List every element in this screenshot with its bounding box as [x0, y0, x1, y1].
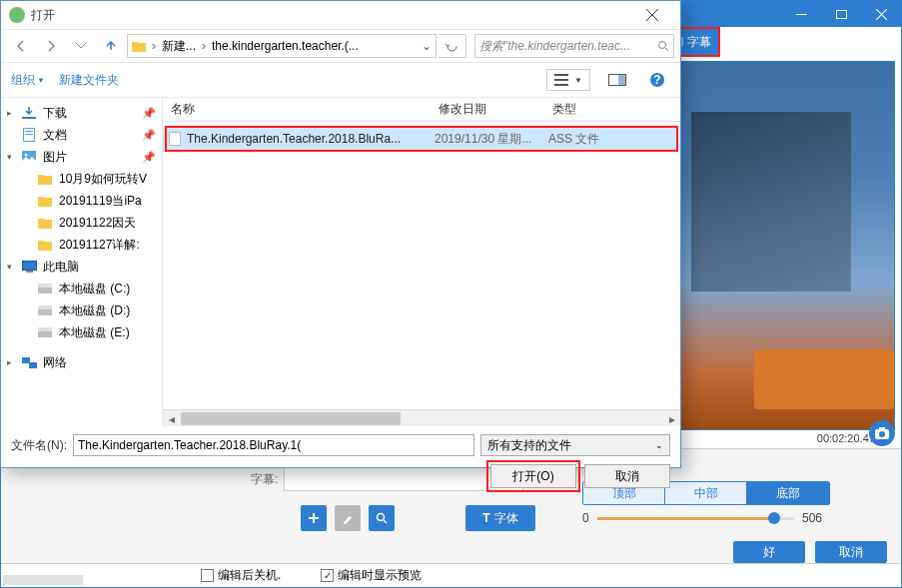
sidebar-item-drive[interactable]: 本地磁盘 (E:)	[1, 321, 162, 343]
sidebar: ▸下载📌 文档📌 ▾图片📌 10月9如何玩转V 20191119当iPa 201…	[1, 98, 163, 426]
file-open-dialog: 打开 › 新建... › the.kindergarten.teacher.(.…	[0, 0, 681, 468]
sidebar-item-folder[interactable]: 10月9如何玩转V	[1, 168, 162, 190]
minimize-button[interactable]	[781, 1, 821, 27]
video-preview[interactable]	[660, 61, 895, 430]
file-icon	[167, 131, 183, 147]
svg-rect-25	[38, 288, 52, 294]
cancel-button[interactable]: 取消	[815, 541, 887, 563]
slider-min: 0	[582, 511, 589, 525]
snapshot-button[interactable]	[869, 420, 895, 446]
svg-rect-10	[554, 74, 568, 76]
dialog-footer: 文件名(N): 所有支持的文件 ⌄ 打开(O) 取消	[1, 426, 680, 496]
folder-icon	[128, 35, 150, 57]
dialog-toolbar: 组织 ▼ 新建文件夹 ▼ ?	[1, 63, 680, 97]
dialog-title: 打开	[31, 7, 55, 24]
sidebar-item-folder[interactable]: 20191119当iPa	[1, 190, 162, 212]
refresh-button[interactable]	[439, 34, 466, 58]
slider-max: 506	[802, 511, 822, 525]
edit-button[interactable]	[335, 505, 361, 531]
font-button[interactable]: T 字体	[465, 505, 535, 531]
svg-rect-23	[22, 262, 36, 271]
position-tab-bottom[interactable]: 底部	[747, 482, 829, 504]
sidebar-item-documents[interactable]: 文档📌	[1, 124, 162, 146]
file-name: The.Kindergarten.Teacher.2018.BluRa...	[187, 132, 435, 146]
cancel-button[interactable]: 取消	[584, 464, 670, 488]
svg-rect-29	[38, 331, 52, 337]
progress-stub	[3, 575, 83, 585]
shutdown-checkbox[interactable]: 编辑后关机.	[201, 567, 281, 584]
view-mode-button[interactable]: ▼	[546, 69, 590, 91]
ok-button[interactable]: 好	[733, 541, 805, 563]
svg-rect-17	[22, 117, 36, 119]
breadcrumb-item[interactable]: 新建...	[158, 38, 200, 55]
svg-rect-30	[38, 327, 52, 331]
svg-text:?: ?	[653, 73, 660, 87]
preview-checkbox[interactable]: 编辑时显示预览	[321, 567, 422, 584]
search-icon	[657, 40, 669, 52]
column-name[interactable]: 名称	[163, 101, 431, 118]
file-row[interactable]: The.Kindergarten.Teacher.2018.BluRa... 2…	[163, 128, 680, 150]
sidebar-item-drive[interactable]: 本地磁盘 (C:)	[1, 278, 162, 299]
svg-rect-19	[25, 131, 33, 132]
sidebar-item-downloads[interactable]: ▸下载📌	[1, 102, 162, 124]
svg-rect-26	[38, 284, 52, 288]
add-button[interactable]	[301, 505, 327, 531]
subtitle-toolbar-label: 字幕	[687, 34, 711, 51]
dialog-close-button[interactable]	[632, 1, 672, 29]
close-button[interactable]	[861, 1, 901, 27]
scroll-left[interactable]: ◂	[163, 410, 180, 427]
search-placeholder: 搜索"the.kindergarten.teac...	[479, 38, 630, 55]
column-type[interactable]: 类型	[544, 101, 644, 118]
nav-up-button[interactable]	[97, 33, 125, 59]
sidebar-item-drive[interactable]: 本地磁盘 (D:)	[1, 299, 162, 321]
position-slider[interactable]: 0 506	[582, 511, 822, 525]
nav-back-button[interactable]	[7, 33, 35, 59]
scroll-right[interactable]: ▸	[663, 410, 680, 427]
chevron-down-icon: ⌄	[655, 440, 663, 450]
breadcrumb[interactable]: › 新建... › the.kindergarten.teacher.(... …	[127, 34, 437, 58]
svg-point-8	[378, 514, 385, 521]
sidebar-item-this-pc[interactable]: ▾此电脑	[1, 256, 162, 278]
nav-forward-button[interactable]	[37, 33, 65, 59]
svg-rect-20	[25, 134, 33, 135]
svg-rect-32	[29, 362, 37, 368]
search-input[interactable]: 搜索"the.kindergarten.teac...	[474, 34, 674, 58]
svg-rect-28	[38, 305, 52, 309]
sidebar-item-folder[interactable]: 20191127详解:	[1, 234, 162, 256]
preview-pane-button[interactable]	[604, 69, 630, 91]
svg-point-6	[879, 431, 885, 437]
sidebar-item-network[interactable]: ▸网络	[1, 351, 162, 373]
breadcrumb-item[interactable]: the.kindergarten.teacher.(...	[208, 39, 363, 53]
font-button-label: 字体	[494, 510, 518, 527]
file-list: 名称 修改日期 类型 The.Kindergarten.Teacher.2018…	[163, 98, 680, 426]
svg-point-22	[25, 154, 28, 157]
maximize-button[interactable]	[821, 1, 861, 27]
search-button[interactable]	[369, 505, 395, 531]
filename-input[interactable]	[73, 434, 474, 456]
file-date: 2019/11/30 星期...	[435, 131, 548, 148]
svg-rect-11	[554, 79, 568, 81]
sidebar-item-pictures[interactable]: ▾图片📌	[1, 146, 162, 168]
svg-rect-14	[618, 75, 625, 85]
dialog-nav: › 新建... › the.kindergarten.teacher.(... …	[1, 29, 680, 63]
svg-rect-33	[170, 133, 181, 146]
breadcrumb-dropdown[interactable]: ⌄	[418, 39, 436, 53]
help-button[interactable]: ?	[644, 69, 670, 91]
new-folder-button[interactable]: 新建文件夹	[59, 72, 119, 89]
svg-rect-7	[879, 427, 885, 430]
sidebar-item-folder[interactable]: 20191122因天	[1, 212, 162, 234]
svg-rect-24	[26, 271, 33, 273]
file-type: ASS 文件	[548, 131, 648, 148]
organize-menu[interactable]: 组织 ▼	[11, 72, 45, 89]
svg-rect-0	[796, 14, 807, 15]
open-button[interactable]: 打开(O)	[490, 464, 576, 488]
svg-point-9	[659, 42, 666, 49]
nav-recent-button[interactable]	[67, 33, 95, 59]
filetype-filter[interactable]: 所有支持的文件 ⌄	[480, 434, 670, 456]
scroll-thumb[interactable]	[181, 412, 401, 425]
svg-rect-12	[554, 84, 568, 86]
svg-rect-31	[22, 357, 30, 363]
dialog-app-icon	[9, 7, 25, 23]
horizontal-scrollbar[interactable]: ◂ ▸	[163, 409, 680, 426]
column-date[interactable]: 修改日期	[431, 101, 544, 118]
